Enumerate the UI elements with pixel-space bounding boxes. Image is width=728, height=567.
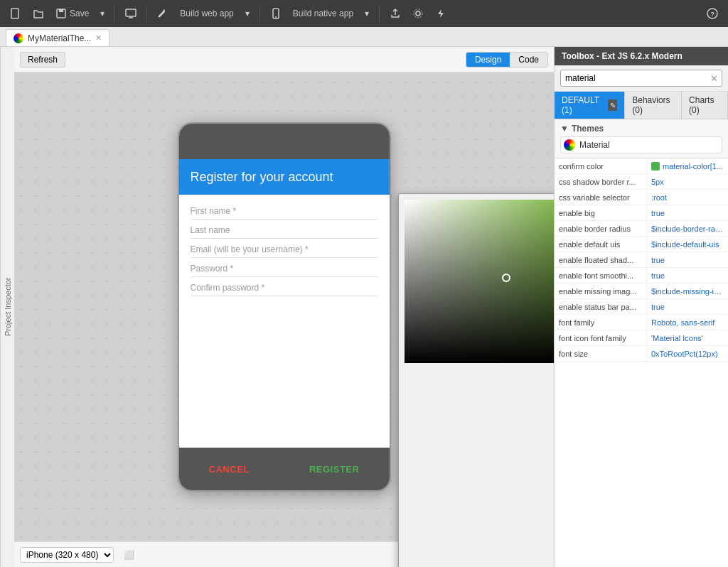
form-field-firstname[interactable]: First name * (191, 206, 378, 220)
open-file-button[interactable] (28, 5, 48, 22)
svg-point-7 (275, 16, 277, 18)
save-dropdown[interactable]: ▾ (96, 6, 109, 21)
tab-icon (14, 33, 23, 43)
toolbox-search-input[interactable] (560, 70, 722, 87)
separator-2 (146, 5, 147, 22)
field-label-lastname: Last name (191, 225, 378, 235)
theme-material-label: Material (579, 140, 610, 150)
separator-1 (114, 5, 115, 22)
left-sidebar[interactable]: Project Inspector (0, 47, 14, 567)
tab-my-material[interactable]: MyMaterialThe... ✕ (6, 29, 109, 46)
canvas-area: Refresh Design Code Register for your ac… (14, 47, 554, 567)
field-label-password: Password * (191, 264, 378, 274)
toolbox-tabs: DEFAULT (1) ✎ Behaviors (0) Charts (0) (555, 92, 728, 119)
form-footer: CANCEL REGISTER (179, 448, 390, 490)
toolbox-header: Toolbox - Ext JS 6.2.x Modern (555, 47, 728, 65)
new-file-button[interactable] (6, 5, 26, 22)
prop-row-font-icon-family[interactable]: font icon font family 'Material Icons' (555, 330, 728, 346)
field-label-email: Email (will be your username) * (191, 244, 378, 254)
build-web-dropdown[interactable]: ▾ (241, 6, 254, 21)
separator-4 (379, 5, 380, 22)
bolt-button[interactable] (431, 5, 451, 22)
prop-row-css-variable[interactable]: css variable selector :root (555, 190, 728, 205)
toolbox-themes: ▼ Themes Material (555, 119, 728, 158)
help-button[interactable]: ? (702, 5, 722, 22)
form-field-email[interactable]: Email (will be your username) * (191, 244, 378, 258)
prop-row-default-uis[interactable]: enable default uis $include-default-uis (555, 237, 728, 252)
prop-row-css-shadow[interactable]: css shadow border r... 5px (555, 174, 728, 190)
tab-edit-button[interactable]: ✎ (608, 99, 617, 111)
properties-table: confirm color material-color[1... css sh… (555, 158, 728, 567)
toolbox-tab-charts[interactable]: Charts (0) (682, 92, 728, 119)
form-field-lastname[interactable]: Last name (191, 225, 378, 239)
code-view-button[interactable]: Code (510, 53, 547, 67)
theme-material-icon (564, 139, 575, 151)
build-web-app-button[interactable]: Build web app (176, 6, 237, 21)
cancel-button[interactable]: CANCEL (209, 464, 250, 475)
prop-row-floated-shadow[interactable]: enable floated shad... true (555, 252, 728, 268)
prop-row-border-radius[interactable]: enable border radius $include-border-rad… (555, 221, 728, 237)
prop-row-missing-image[interactable]: enable missing imag... $include-missing-… (555, 284, 728, 299)
tab-label: MyMaterialThe... (28, 33, 91, 43)
wrench-icon-button[interactable] (153, 5, 173, 22)
clear-search-icon[interactable]: ✕ (710, 73, 718, 84)
toolbox-tab-default[interactable]: DEFAULT (1) ✎ (555, 92, 625, 119)
monitor-icon-button[interactable] (121, 5, 141, 22)
toolbox-panel: Toolbox - Ext JS 6.2.x Modern ✕ DEFAULT … (554, 47, 728, 567)
color-gradient-area[interactable] (405, 200, 554, 363)
project-inspector-label: Project Inspector (4, 278, 12, 337)
field-label-confirm-password: Confirm password * (191, 283, 378, 293)
color-picker-main: OK Cancel (399, 194, 554, 567)
svg-point-8 (416, 11, 420, 16)
prop-row-confirm-color[interactable]: confirm color material-color[1... (555, 158, 728, 174)
settings-button[interactable] (408, 5, 428, 22)
prop-row-status-bar[interactable]: enable status bar pa... true (555, 299, 728, 315)
prop-row-font-family[interactable]: font family Roboto, sans-serif (555, 315, 728, 330)
prop-row-enable-big[interactable]: enable big true (555, 205, 728, 221)
phone-status-bar (179, 124, 390, 159)
device-rotate-button[interactable]: ⬜ (119, 547, 139, 563)
canvas-content: Register for your account First name * L… (14, 72, 554, 541)
build-native-dropdown[interactable]: ▾ (360, 6, 373, 21)
svg-point-9 (414, 9, 422, 18)
picker-circle (502, 274, 510, 282)
device-select[interactable]: iPhone (320 x 480) (20, 547, 114, 563)
view-toggle: Design Code (466, 52, 548, 68)
prop-color-dot-confirm (651, 162, 660, 171)
svg-rect-0 (11, 9, 18, 18)
toolbox-search-area: ✕ (555, 65, 728, 92)
field-label-firstname: First name * (191, 206, 378, 216)
prop-row-font-size[interactable]: font size 0xToRootPct(12px) (555, 346, 728, 362)
form-title-bar: Register for your account (179, 159, 390, 195)
prop-row-font-smooth[interactable]: enable font smoothi... true (555, 268, 728, 284)
form-field-password[interactable]: Password * (191, 264, 378, 277)
form-field-confirm-password[interactable]: Confirm password * (191, 283, 378, 296)
svg-marker-10 (438, 9, 444, 18)
save-label: Save (70, 9, 89, 18)
svg-rect-2 (59, 9, 63, 12)
separator-3 (259, 5, 260, 22)
color-picker: OK Cancel HEX R (398, 193, 554, 567)
refresh-button[interactable]: Refresh (20, 52, 65, 68)
build-native-app-label: Build native app (293, 9, 353, 18)
design-view-button[interactable]: Design (466, 53, 510, 67)
upload-button[interactable] (385, 5, 405, 22)
save-button[interactable]: Save (51, 5, 93, 22)
toolbox-tab-behaviors[interactable]: Behaviors (0) (625, 92, 682, 119)
tab-bar: MyMaterialThe... ✕ (0, 27, 728, 47)
tab-close-button[interactable]: ✕ (95, 33, 102, 43)
prop-name-confirm-color: confirm color (555, 160, 647, 173)
theme-material[interactable]: Material (560, 136, 722, 153)
canvas-toolbar: Refresh Design Code (14, 47, 554, 72)
svg-rect-3 (126, 9, 136, 16)
build-web-app-label: Build web app (180, 9, 233, 18)
main-area: Project Inspector Refresh Design Code Re (0, 47, 728, 567)
themes-collapse-icon[interactable]: ▼ (560, 124, 569, 134)
register-button[interactable]: REGISTER (309, 464, 359, 475)
themes-header: ▼ Themes (560, 124, 722, 134)
phone-icon-button[interactable] (266, 5, 286, 22)
top-toolbar: Save ▾ Build web app ▾ Build native app … (0, 0, 728, 27)
svg-text:?: ? (711, 11, 715, 18)
form-title: Register for your account (191, 170, 333, 185)
build-native-app-button[interactable]: Build native app (289, 6, 358, 21)
